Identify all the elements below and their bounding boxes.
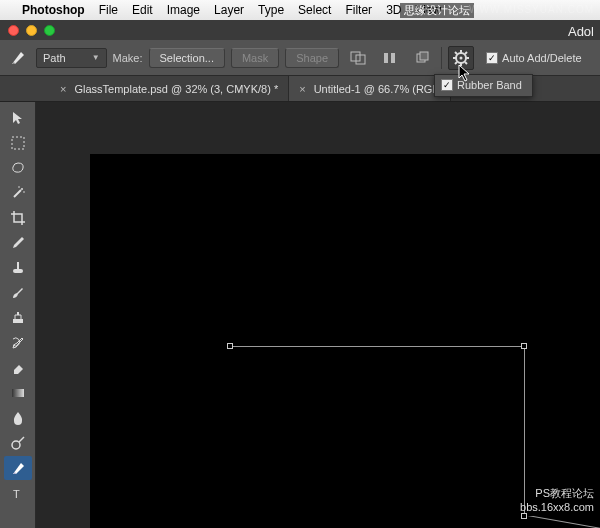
svg-rect-5 [420, 52, 428, 60]
menu-edit[interactable]: Edit [132, 3, 153, 17]
svg-line-15 [455, 62, 457, 64]
menu-type[interactable]: Type [258, 3, 284, 17]
anchor-point[interactable] [521, 343, 527, 349]
svg-line-12 [455, 52, 457, 54]
healing-brush-tool-icon[interactable] [4, 256, 32, 280]
close-window-icon[interactable] [8, 25, 19, 36]
svg-rect-22 [17, 262, 19, 270]
tool-mode-value: Path [43, 52, 66, 64]
separator [441, 47, 442, 69]
watermark-top: WWW.MISSYUAN.COM [469, 4, 594, 15]
dodge-tool-icon[interactable] [4, 431, 32, 455]
svg-point-18 [21, 188, 23, 190]
menu-filter[interactable]: Filter [345, 3, 372, 17]
make-label: Make: [113, 52, 143, 64]
svg-line-27 [19, 437, 24, 442]
lasso-tool-icon[interactable] [4, 156, 32, 180]
type-tool-icon[interactable]: T [4, 481, 32, 505]
svg-point-7 [460, 56, 463, 59]
menu-file[interactable]: File [99, 3, 118, 17]
window-controls [0, 20, 600, 40]
svg-rect-2 [384, 53, 388, 63]
tab-glasstemplate[interactable]: × GlassTemplate.psd @ 32% (3, CMYK/8) * [50, 76, 289, 101]
auto-add-delete-checkbox[interactable]: ✓ Auto Add/Delete [486, 52, 582, 64]
overlay-text: 思缘设计论坛 [400, 3, 474, 18]
tab-label: GlassTemplate.psd @ 32% (3, CMYK/8) * [74, 83, 278, 95]
magic-wand-tool-icon[interactable] [4, 181, 32, 205]
checkbox-checked-icon: ✓ [441, 79, 453, 91]
svg-point-19 [23, 191, 25, 193]
svg-rect-24 [17, 312, 19, 315]
svg-point-20 [18, 186, 20, 188]
app-brand: Adol [568, 24, 594, 39]
marquee-tool-icon[interactable] [4, 131, 32, 155]
tab-label: Untitled-1 @ 66.7% (RGB [314, 83, 440, 95]
path-arrangement-icon[interactable] [409, 46, 435, 70]
canvas[interactable] [90, 154, 600, 528]
tab-untitled[interactable]: × Untitled-1 @ 66.7% (RGB [289, 76, 451, 101]
crop-tool-icon[interactable] [4, 206, 32, 230]
tools-panel: T [0, 102, 36, 528]
tool-mode-dropdown[interactable]: Path ▼ [36, 48, 107, 68]
eraser-tool-icon[interactable] [4, 356, 32, 380]
menu-image[interactable]: Image [167, 3, 200, 17]
zoom-window-icon[interactable] [44, 25, 55, 36]
path-alignment-icon[interactable] [377, 46, 403, 70]
eyedropper-tool-icon[interactable] [4, 231, 32, 255]
svg-rect-16 [12, 137, 24, 149]
menu-select[interactable]: Select [298, 3, 331, 17]
brush-tool-icon[interactable] [4, 281, 32, 305]
svg-line-17 [14, 190, 21, 197]
pen-tool-indicator-icon [6, 46, 30, 70]
svg-point-26 [12, 441, 20, 449]
pen-options-flyout: ✓ Rubber Band [434, 74, 533, 97]
anchor-point[interactable] [227, 343, 233, 349]
menu-layer[interactable]: Layer [214, 3, 244, 17]
clone-stamp-tool-icon[interactable] [4, 306, 32, 330]
app-menu[interactable]: Photoshop [22, 3, 85, 17]
path-segment[interactable] [230, 346, 525, 347]
history-brush-tool-icon[interactable] [4, 331, 32, 355]
path-operations-icon[interactable] [345, 46, 371, 70]
svg-rect-25 [12, 389, 24, 397]
gradient-tool-icon[interactable] [4, 381, 32, 405]
make-selection-button[interactable]: Selection... [149, 48, 225, 68]
workspace [36, 102, 600, 528]
close-tab-icon[interactable]: × [60, 83, 66, 95]
make-mask-button[interactable]: Mask [231, 48, 279, 68]
pen-tool-icon[interactable] [4, 456, 32, 480]
path-segment[interactable] [524, 516, 600, 528]
auto-add-delete-label: Auto Add/Delete [502, 52, 582, 64]
checkbox-checked-icon: ✓ [486, 52, 498, 64]
svg-rect-23 [13, 319, 23, 323]
minimize-window-icon[interactable] [26, 25, 37, 36]
chevron-down-icon: ▼ [92, 53, 100, 62]
blur-tool-icon[interactable] [4, 406, 32, 430]
make-shape-button[interactable]: Shape [285, 48, 339, 68]
close-tab-icon[interactable]: × [299, 83, 305, 95]
move-tool-icon[interactable] [4, 106, 32, 130]
mouse-cursor-icon [458, 64, 472, 82]
svg-text:T: T [13, 488, 20, 500]
svg-rect-3 [391, 53, 395, 63]
options-bar: Path ▼ Make: Selection... Mask Shape ✓ A… [0, 40, 600, 76]
watermark-bottom: PS教程论坛 bbs.16xx8.com [520, 486, 594, 514]
svg-line-14 [465, 52, 467, 54]
